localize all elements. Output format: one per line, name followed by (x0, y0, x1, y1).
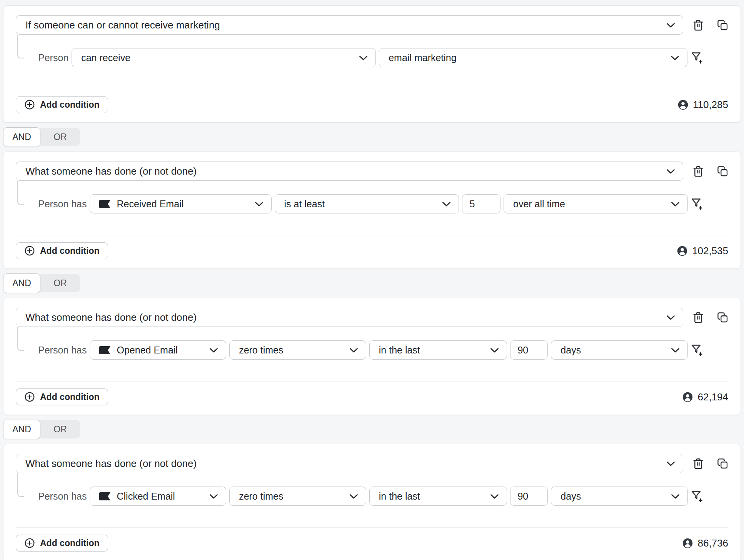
audience-count: 62,194 (682, 391, 728, 403)
number-input[interactable]: 90 (510, 487, 548, 506)
filter-plus-icon[interactable] (691, 51, 703, 64)
condition-block: What someone has done (or not done) Pers… (3, 152, 741, 269)
condition-select[interactable]: zero times (229, 340, 366, 360)
condition-type-select[interactable]: What someone has done (or not done) (16, 162, 683, 181)
plus-circle-icon (24, 99, 35, 110)
condition-select[interactable]: in the last (369, 340, 507, 360)
copy-icon[interactable] (717, 166, 728, 177)
event-flag-icon (99, 200, 110, 208)
select-value: days (561, 491, 581, 502)
chevron-down-icon (255, 202, 264, 207)
plus-circle-icon (24, 392, 35, 402)
condition-select[interactable]: days (551, 487, 688, 506)
and-toggle-button[interactable]: AND (3, 127, 40, 147)
and-toggle-button[interactable]: AND (3, 273, 40, 293)
block-actions (692, 165, 728, 177)
trash-icon[interactable] (692, 19, 704, 31)
audience-count: 86,736 (682, 537, 728, 549)
add-condition-button[interactable]: Add condition (16, 535, 108, 552)
audience-count-value: 102,535 (692, 245, 728, 257)
connector-line (17, 473, 24, 497)
condition-type-value: What someone has done (or not done) (25, 312, 197, 323)
chevron-down-icon (442, 202, 451, 207)
select-value: over all time (513, 198, 565, 210)
copy-icon[interactable] (717, 20, 728, 31)
select-value: can receive (81, 52, 130, 63)
add-condition-button[interactable]: Add condition (16, 96, 108, 113)
condition-type-select[interactable]: What someone has done (or not done) (16, 308, 683, 327)
chevron-down-icon (359, 55, 368, 61)
condition-type-value: What someone has done (or not done) (25, 458, 197, 470)
logic-operator-toggle: OR AND (3, 273, 80, 293)
condition-select[interactable]: Received Email (90, 194, 271, 213)
or-label: OR (53, 132, 67, 142)
condition-row-label: Person has (38, 198, 87, 210)
block-actions (692, 312, 728, 323)
chevron-down-icon (666, 461, 675, 467)
condition-select[interactable]: over all time (504, 194, 688, 213)
person-circle-icon (677, 246, 687, 256)
segment-builder: If someone can or cannot receive marketi… (0, 0, 744, 560)
block-actions (692, 19, 728, 31)
condition-row-label: Person has (38, 491, 87, 502)
select-value: is at least (284, 198, 325, 210)
chevron-down-icon (666, 315, 675, 320)
logic-operator-toggle: OR AND (3, 420, 80, 439)
filter-plus-icon[interactable] (691, 343, 703, 357)
condition-block: If someone can or cannot receive marketi… (3, 5, 741, 123)
input-value: 5 (469, 198, 475, 210)
condition-select[interactable]: email marketing (379, 48, 687, 67)
add-condition-button[interactable]: Add condition (16, 242, 108, 259)
trash-icon[interactable] (692, 458, 704, 470)
condition-type-select[interactable]: What someone has done (or not done) (16, 454, 683, 473)
condition-select[interactable]: is at least (275, 194, 459, 213)
event-flag-icon (99, 346, 110, 354)
select-value: in the last (379, 491, 420, 502)
select-value: days (561, 345, 581, 356)
trash-icon[interactable] (692, 165, 704, 177)
condition-block-header: What someone has done (or not done) (16, 454, 728, 473)
chevron-down-icon (349, 494, 358, 499)
block-actions (692, 458, 728, 470)
copy-icon[interactable] (717, 312, 728, 323)
chevron-down-icon (490, 494, 499, 499)
condition-select[interactable]: Opened Email (90, 340, 226, 360)
audience-count-value: 110,285 (693, 99, 728, 111)
event-flag-icon (99, 492, 110, 500)
add-condition-label: Add condition (40, 246, 100, 256)
select-value: zero times (239, 491, 283, 502)
number-input[interactable]: 90 (510, 340, 548, 360)
condition-select[interactable]: in the last (369, 487, 507, 506)
condition-row: Person has Opened Emailzero timesin the … (16, 340, 728, 360)
add-condition-button[interactable]: Add condition (16, 388, 108, 405)
or-label: OR (53, 424, 67, 435)
filter-plus-icon[interactable] (691, 197, 703, 210)
select-value: Opened Email (117, 345, 177, 356)
or-label: OR (53, 278, 67, 288)
chevron-down-icon (666, 23, 675, 28)
copy-icon[interactable] (717, 458, 728, 469)
plus-circle-icon (24, 245, 35, 256)
condition-select[interactable]: Clicked Email (90, 487, 226, 506)
condition-type-select[interactable]: If someone can or cannot receive marketi… (16, 15, 683, 35)
chevron-down-icon (671, 348, 680, 353)
select-value: Clicked Email (117, 491, 175, 502)
chevron-down-icon (209, 348, 218, 353)
add-condition-label: Add condition (40, 100, 100, 110)
condition-select[interactable]: zero times (229, 487, 366, 506)
condition-block-footer: Add condition 102,535 (16, 235, 728, 268)
person-circle-icon (682, 538, 693, 548)
and-label: AND (12, 424, 31, 435)
trash-icon[interactable] (692, 312, 704, 323)
add-condition-label: Add condition (40, 538, 100, 548)
filter-plus-icon[interactable] (691, 490, 703, 503)
audience-count-value: 86,736 (697, 537, 728, 549)
condition-select[interactable]: can receive (72, 48, 376, 67)
and-toggle-button[interactable]: AND (3, 420, 40, 439)
condition-row: Person can receiveemail marketing (16, 48, 728, 67)
chevron-down-icon (349, 348, 358, 353)
condition-select[interactable]: days (551, 340, 688, 360)
number-input[interactable]: 5 (462, 194, 500, 213)
chevron-down-icon (671, 55, 679, 61)
select-value: Received Email (117, 198, 183, 210)
